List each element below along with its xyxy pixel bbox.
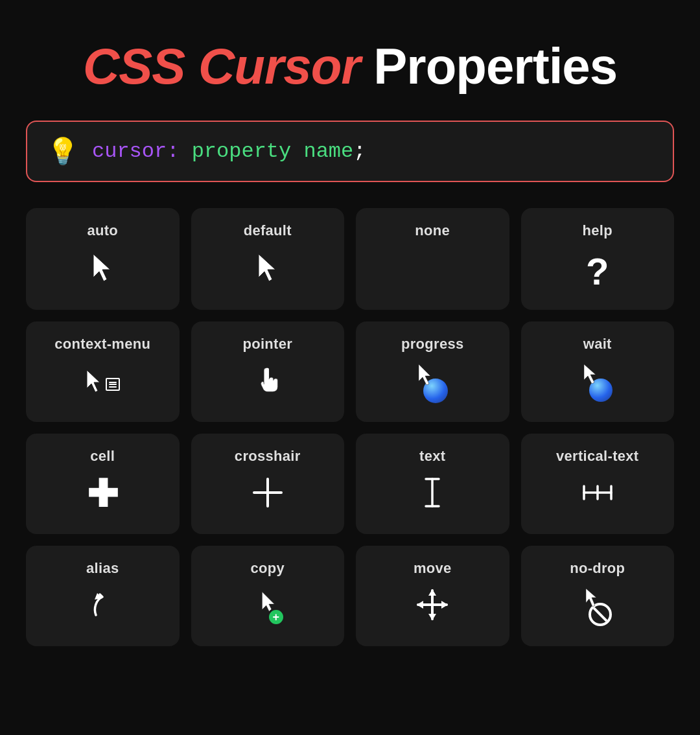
svg-marker-20 [428, 614, 436, 620]
card-vertical-text-label: vertical-text [556, 448, 638, 465]
card-alias-label: alias [86, 560, 119, 577]
auto-cursor-icon [91, 250, 114, 285]
card-context-menu-label: context-menu [54, 336, 150, 353]
svg-marker-19 [428, 589, 436, 596]
cell-cursor-icon: ✚ [87, 475, 119, 513]
svg-marker-5 [584, 364, 596, 384]
crosshair-cursor-icon [251, 475, 284, 511]
no-drop-cursor-icon [583, 587, 612, 626]
card-no-drop-label: no-drop [570, 560, 625, 577]
card-move[interactable]: move [356, 546, 509, 646]
card-default[interactable]: default [191, 208, 345, 310]
svg-rect-3 [266, 368, 269, 379]
card-text[interactable]: text [356, 434, 509, 534]
svg-marker-23 [586, 589, 596, 607]
cursor-grid: auto default none help ? context-menu [26, 208, 674, 646]
card-crosshair[interactable]: crosshair [191, 434, 345, 534]
card-vertical-text[interactable]: vertical-text [521, 434, 675, 534]
svg-marker-1 [259, 254, 275, 281]
svg-marker-4 [419, 364, 430, 385]
svg-marker-0 [93, 254, 110, 281]
default-cursor-icon [256, 250, 279, 285]
progress-cursor-icon [417, 363, 448, 403]
svg-marker-22 [441, 601, 448, 609]
card-alias[interactable]: alias [26, 546, 180, 646]
card-context-menu[interactable]: context-menu [26, 321, 180, 422]
code-keyword: cursor: [92, 139, 179, 163]
card-move-label: move [414, 560, 452, 577]
card-wait-label: wait [583, 336, 612, 353]
card-cell[interactable]: cell ✚ [26, 434, 180, 534]
vertical-text-cursor-icon [581, 475, 614, 511]
code-text: cursor: property name; [92, 139, 366, 163]
pointer-cursor-icon [255, 363, 281, 399]
card-cell-label: cell [90, 448, 115, 465]
card-copy[interactable]: copy + [191, 546, 345, 646]
page-title: CSS Cursor Properties [83, 39, 617, 95]
card-crosshair-label: crosshair [235, 448, 301, 465]
copy-cursor-icon: + [255, 587, 280, 623]
card-pointer-label: pointer [242, 336, 292, 353]
card-none[interactable]: none [356, 208, 509, 310]
card-wait[interactable]: wait [521, 321, 675, 422]
title-css: CSS Cursor [83, 38, 360, 95]
bulb-icon: 💡 [47, 136, 79, 167]
svg-marker-21 [417, 601, 423, 609]
card-pointer[interactable]: pointer [191, 321, 345, 422]
move-cursor-icon [415, 587, 449, 623]
title-props-text: Properties [373, 38, 617, 95]
card-none-label: none [415, 222, 450, 239]
card-help[interactable]: help ? [521, 208, 675, 310]
card-help-label: help [583, 222, 612, 239]
card-progress[interactable]: progress [356, 321, 509, 422]
card-default-label: default [244, 222, 292, 239]
svg-marker-2 [87, 370, 100, 392]
card-text-label: text [419, 448, 445, 465]
wait-cursor-icon [583, 363, 612, 402]
card-auto[interactable]: auto [26, 208, 180, 310]
code-semicolon: ; [353, 139, 366, 163]
card-copy-label: copy [250, 560, 285, 577]
help-cursor-icon: ? [586, 250, 609, 293]
card-auto-label: auto [87, 222, 118, 239]
context-menu-cursor-icon [85, 363, 120, 399]
alias-cursor-icon [89, 587, 115, 623]
card-no-drop[interactable]: no-drop [521, 546, 675, 646]
text-cursor-icon [423, 475, 442, 511]
code-example-box: 💡 cursor: property name; [26, 121, 674, 182]
card-progress-label: progress [401, 336, 464, 353]
code-value: property name [192, 139, 354, 163]
